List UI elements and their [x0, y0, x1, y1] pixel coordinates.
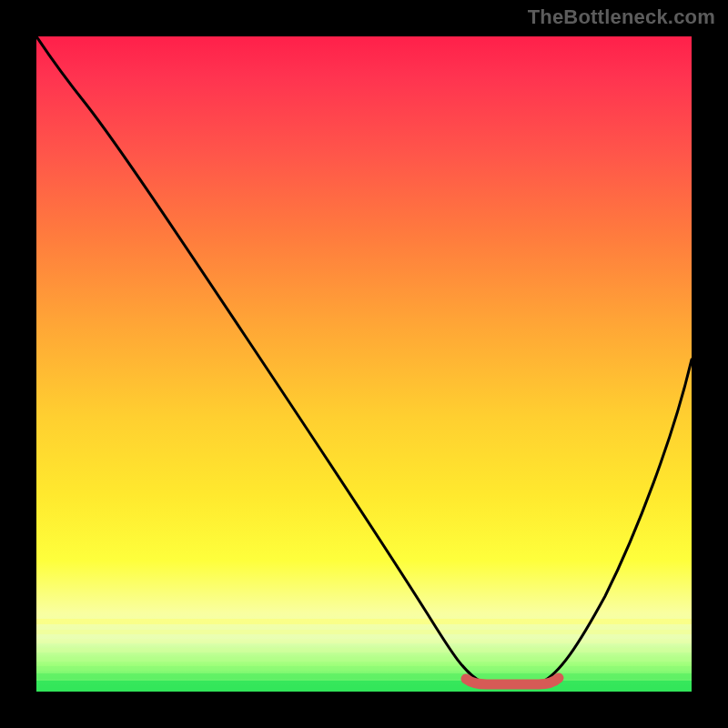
plot-area: [36, 36, 692, 692]
min-band-highlight: [466, 678, 559, 684]
chart-stage: TheBottleneck.com: [0, 0, 728, 728]
bottleneck-curve: [36, 36, 692, 682]
watermark-text: TheBottleneck.com: [528, 5, 715, 29]
curve-svg: [36, 36, 692, 692]
